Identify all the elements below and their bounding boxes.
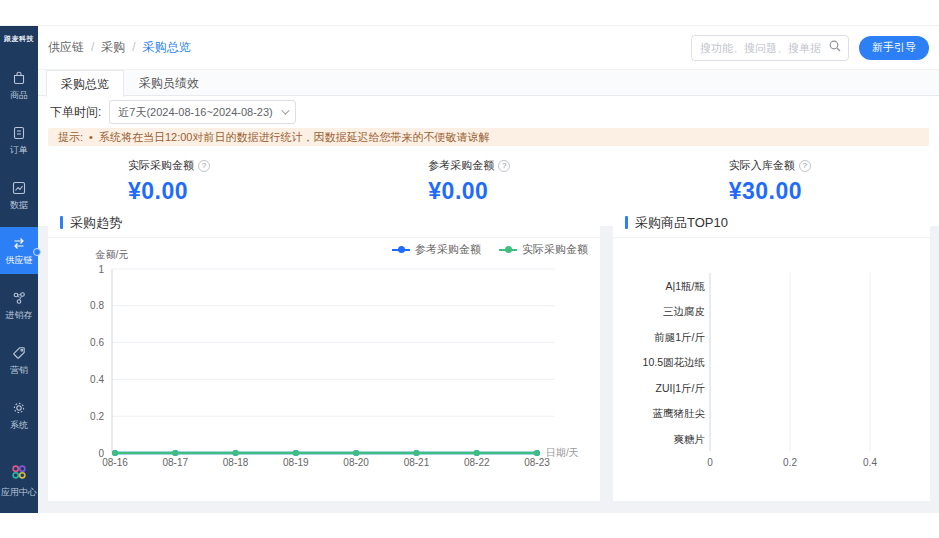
sidebar-item-label: 营销 — [10, 364, 28, 377]
data-point[interactable] — [474, 450, 480, 456]
y-axis-title: 金额/元 — [95, 249, 129, 260]
category-label: 前腿1斤/斤 — [654, 331, 705, 343]
metric-actual-purchase-amount: 实际采购金额 ¥0.00 — [38, 150, 338, 210]
tabbar: 采购总览 采购员绩效 — [38, 70, 939, 96]
sidebar-item-label: 数据 — [10, 199, 28, 212]
card-header: 采购趋势 — [48, 208, 600, 238]
y-tick-label: 0.6 — [90, 337, 104, 348]
category-label: 爽糖片 — [674, 433, 706, 445]
accent-bar — [625, 216, 628, 229]
category-label: 蓝鹰猪肚尖 — [653, 407, 706, 419]
data-point[interactable] — [172, 450, 178, 456]
breadcrumb: 供应链 采购 采购总览 — [48, 39, 191, 56]
sidebar-item-supply-chain[interactable]: 供应链 — [0, 227, 38, 274]
marketing-tag-icon — [11, 345, 27, 361]
data-point[interactable] — [413, 450, 419, 456]
product-bag-icon — [11, 70, 27, 86]
x-tick-label: 08-21 — [404, 457, 430, 468]
breadcrumb-purchase[interactable]: 采购 — [84, 39, 125, 56]
data-point[interactable] — [233, 450, 239, 456]
x-tick-label: 08-17 — [162, 457, 188, 468]
sidebar-item-data[interactable]: 数据 — [0, 172, 38, 219]
x-tick-label: 08-19 — [283, 457, 309, 468]
sidebar-item-orders[interactable]: 订单 — [0, 117, 38, 164]
category-label: 三边腐皮 — [663, 305, 705, 317]
metric-label: 参考采购金额 — [428, 158, 494, 173]
y-tick-label: 0.2 — [90, 411, 104, 422]
order-doc-icon — [11, 125, 27, 141]
x-tick-label: 0 — [707, 457, 713, 468]
sidebar-item-label: 订单 — [10, 144, 28, 157]
tab-purchase-overview[interactable]: 采购总览 — [46, 70, 124, 97]
global-search[interactable] — [691, 35, 849, 61]
accent-bar — [60, 216, 63, 229]
sidebar-item-products[interactable]: 商品 — [0, 62, 38, 109]
search-input[interactable] — [700, 42, 828, 54]
help-icon[interactable] — [498, 160, 510, 172]
brand-logo: 跟麦科技 — [4, 34, 34, 44]
metric-value: ¥0.00 — [128, 178, 338, 205]
date-range-value: 近7天(2024-08-16~2024-08-23) — [118, 105, 272, 120]
search-icon[interactable] — [828, 39, 842, 57]
metric-label: 实际采购金额 — [128, 158, 194, 173]
notice-prefix: 提示: — [58, 130, 83, 145]
main-area: 供应链 采购 采购总览 新手引导 采购总览 采购员绩效 下单时间: 近7天(20… — [38, 26, 939, 513]
category-label: 10.5圆花边纸 — [643, 356, 705, 368]
sidebar-item-label: 进销存 — [6, 309, 33, 322]
sidebar-item-label: 供应链 — [6, 254, 33, 267]
purchase-trend-chart[interactable]: 00.20.40.60.81金额/元08-1608-1708-1808-1908… — [48, 248, 600, 498]
inventory-nodes-icon — [11, 290, 27, 306]
data-point[interactable] — [293, 450, 299, 456]
x-tick-label: 08-23 — [524, 457, 550, 468]
x-tick-label: 08-20 — [343, 457, 369, 468]
help-icon[interactable] — [198, 160, 210, 172]
newbie-guide-button[interactable]: 新手引导 — [859, 36, 929, 60]
x-tick-label: 0.2 — [783, 457, 797, 468]
sidebar-item-label: 商品 — [10, 89, 28, 102]
purchase-trend-card: 采购趋势 参考采购金额实际采购金额 00.20.40.60.81金额/元08-1… — [48, 208, 600, 501]
y-tick-label: 0.4 — [90, 374, 104, 385]
x-tick-label: 0.4 — [863, 457, 877, 468]
metric-value: ¥0.00 — [428, 178, 638, 205]
data-point[interactable] — [112, 450, 118, 456]
card-title: 采购商品TOP10 — [635, 214, 728, 232]
sidebar: 跟麦科技 商品 订单 数据 — [0, 26, 38, 513]
bullet-icon — [89, 131, 93, 143]
breadcrumb-supply-chain[interactable]: 供应链 — [48, 39, 84, 56]
metric-reference-purchase-amount: 参考采购金额 ¥0.00 — [338, 150, 638, 210]
app-window: 跟麦科技 商品 订单 数据 — [0, 25, 939, 512]
order-time-label: 下单时间: — [50, 104, 101, 121]
x-tick-label: 08-18 — [223, 457, 249, 468]
x-tick-label: 08-16 — [102, 457, 128, 468]
overview-panel: 采购总览 采购员绩效 下单时间: 近7天(2024-08-16~2024-08-… — [38, 70, 939, 226]
card-header: 采购商品TOP10 — [613, 208, 930, 238]
y-tick-label: 1 — [98, 264, 104, 275]
breadcrumb-purchase-overview: 采购总览 — [125, 39, 190, 56]
sidebar-item-label: 系统 — [10, 419, 28, 432]
date-range-select[interactable]: 近7天(2024-08-16~2024-08-23) — [109, 100, 295, 124]
metric-value: ¥30.00 — [729, 178, 939, 205]
data-chart-icon — [11, 180, 27, 196]
topbar: 供应链 采购 采购总览 新手引导 — [38, 26, 939, 70]
help-icon[interactable] — [799, 160, 811, 172]
sidebar-item-inventory[interactable]: 进销存 — [0, 282, 38, 329]
x-axis-title: 日期/天 — [546, 447, 579, 458]
data-point[interactable] — [534, 450, 540, 456]
sidebar-item-label: 应用中心 — [1, 486, 37, 499]
card-title: 采购趋势 — [70, 214, 122, 232]
notice-banner: 提示: 系统将在当日12:00对前日的数据进行统计，因数据延迟给您带来的不便敬请… — [48, 128, 929, 146]
metric-actual-inbound-amount: 实际入库金额 ¥30.00 — [639, 150, 939, 210]
sidebar-item-app-center[interactable]: 应用中心 — [1, 463, 37, 499]
system-gear-icon — [11, 400, 27, 416]
top10-products-chart[interactable]: 00.20.4A|1瓶/瓶三边腐皮前腿1斤/斤10.5圆花边纸ZUI|1斤/斤蓝… — [613, 248, 930, 498]
sidebar-item-marketing[interactable]: 营销 — [0, 337, 38, 384]
filter-row: 下单时间: 近7天(2024-08-16~2024-08-23) — [38, 99, 939, 125]
chevron-down-icon — [281, 106, 289, 114]
data-point[interactable] — [353, 450, 359, 456]
sidebar-item-system[interactable]: 系统 — [0, 392, 38, 439]
category-label: ZUI|1斤/斤 — [656, 382, 706, 394]
y-tick-label: 0.8 — [90, 300, 104, 311]
x-tick-label: 08-22 — [464, 457, 490, 468]
supply-chain-arrows-icon — [11, 235, 27, 251]
tab-buyer-performance[interactable]: 采购员绩效 — [124, 70, 214, 95]
